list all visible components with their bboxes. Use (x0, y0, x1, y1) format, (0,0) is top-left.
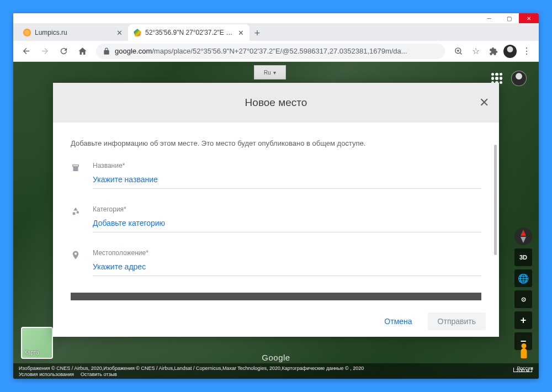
map-controls: 3D 🌐 ⊙ + − (514, 227, 532, 350)
browser-window: ─ ▢ ✕ Lumpics.ru ✕ 52°35'56.9"N 27°02'37… (13, 13, 539, 379)
submit-button[interactable]: Отправить (428, 312, 486, 330)
feedback-link[interactable]: Оставить отзыв (81, 372, 117, 377)
back-button[interactable] (18, 43, 34, 60)
terms-link[interactable]: Условия использования (19, 372, 74, 377)
forward-button[interactable] (36, 43, 53, 60)
address-bar[interactable]: google.com/maps/place/52°35'56.9"N+27°02… (96, 44, 445, 59)
name-input[interactable]: Укажите название (93, 175, 481, 184)
category-icon (71, 205, 83, 232)
extensions-icon[interactable] (486, 44, 501, 59)
dialog-header: Новое место ✕ (53, 83, 499, 123)
url-text: google.com/maps/place/52°35'56.9"N+27°02… (115, 47, 438, 55)
3d-button[interactable]: 3D (514, 248, 532, 266)
language-chip[interactable]: Ru▾ (254, 65, 286, 80)
favicon-maps (134, 29, 141, 36)
my-location-button[interactable]: ⊙ (514, 290, 532, 308)
tab-maps[interactable]: 52°35'56.9"N 27°02'37.2"E – Goo... ✕ (128, 24, 250, 41)
new-place-dialog: Новое место ✕ Добавьте информацию об это… (53, 83, 499, 337)
zoom-icon[interactable] (450, 44, 466, 59)
dialog-intro: Добавьте информацию об этом месте. Это м… (71, 139, 481, 147)
map-footer: Изображения © CNES / Airbus, 2020,Изобра… (13, 363, 539, 379)
store-icon (71, 162, 83, 189)
globe-button[interactable]: 🌐 (514, 269, 532, 287)
tab-lumpics[interactable]: Lumpics.ru ✕ (18, 24, 128, 41)
profile-avatar[interactable] (503, 45, 517, 58)
scrollbar[interactable] (494, 145, 497, 255)
map-canvas[interactable]: Ru▾ Новое место ✕ Добавьте информацию об… (13, 62, 539, 379)
account-avatar[interactable] (511, 71, 527, 86)
tab-strip: Lumpics.ru ✕ 52°35'56.9"N 27°02'37.2"E –… (13, 23, 539, 41)
lock-icon (103, 47, 110, 55)
window-minimize[interactable]: ─ (479, 13, 499, 23)
dialog-title: Новое место (245, 97, 307, 109)
dialog-body: Добавьте информацию об этом месте. Это м… (53, 123, 499, 306)
menu-icon[interactable]: ⋮ (519, 44, 534, 59)
apps-menu-icon[interactable] (491, 73, 502, 84)
minimap-toggle[interactable]: Карта (21, 327, 53, 359)
scale-bar: 200 м (513, 368, 532, 372)
window-titlebar: ─ ▢ ✕ (13, 13, 539, 23)
category-input[interactable]: Добавьте категорию (93, 219, 481, 227)
field-category: Категория* Добавьте категорию (71, 205, 481, 232)
tab-title: Lumpics.ru (35, 29, 113, 36)
tab-close-icon[interactable]: ✕ (238, 29, 244, 37)
bookmark-icon[interactable]: ☆ (468, 44, 484, 59)
window-close[interactable]: ✕ (519, 13, 539, 23)
tab-close-icon[interactable]: ✕ (116, 29, 123, 37)
field-label: Категория* (93, 205, 481, 213)
map-preview-strip (71, 293, 481, 300)
pin-icon (71, 249, 83, 276)
google-logo: Google (262, 353, 290, 362)
reload-button[interactable] (55, 43, 72, 60)
close-icon[interactable]: ✕ (479, 96, 489, 110)
location-input[interactable]: Укажите адрес (93, 262, 481, 271)
dialog-footer: Отмена Отправить (53, 306, 499, 337)
field-name: Название* Укажите название (71, 162, 481, 189)
field-location: Местоположение* Укажите адрес (71, 249, 481, 276)
field-label: Название* (93, 162, 481, 169)
new-tab-button[interactable]: + (250, 25, 265, 41)
imagery-attribution: Изображения © CNES / Airbus, 2020,Изобра… (19, 365, 364, 371)
favicon-lumpics (23, 29, 31, 36)
zoom-in-button[interactable]: + (514, 311, 532, 329)
home-button[interactable] (74, 43, 91, 60)
address-row: google.com/maps/place/52°35'56.9"N+27°02… (13, 41, 539, 62)
field-label: Местоположение* (93, 249, 481, 257)
tab-title: 52°35'56.9"N 27°02'37.2"E – Goo... (145, 29, 234, 36)
pegman-icon[interactable] (517, 343, 531, 361)
window-restore[interactable]: ▢ (499, 13, 519, 23)
compass-button[interactable] (514, 227, 532, 245)
cancel-button[interactable]: Отмена (379, 312, 417, 330)
